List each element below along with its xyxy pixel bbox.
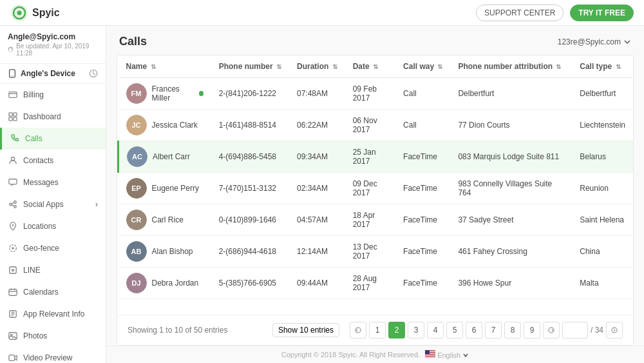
col-phone[interactable]: Phone number ⇅ (211, 55, 289, 78)
sidebar: Angle@Spyic.com Be updated: Apr 10, 2019… (0, 26, 106, 363)
avatar: AC (127, 146, 147, 167)
page-prev-icon[interactable] (350, 322, 366, 338)
sidebar-item-locations[interactable]: Locations (0, 215, 106, 237)
page-9-button[interactable]: 9 (524, 322, 540, 338)
show-entries-button[interactable]: Show 10 entries (272, 323, 339, 337)
col-callway[interactable]: Call way ⇅ (395, 55, 450, 78)
sort-icon-duration: ⇅ (332, 63, 337, 70)
sidebar-item-photos[interactable]: Photos (0, 325, 106, 347)
sidebar-item-social-apps[interactable]: Social Apps › (0, 193, 106, 215)
page-input[interactable] (562, 322, 588, 338)
cell-date: 06 Nov 2017 (345, 110, 395, 141)
col-duration[interactable]: Duration ⇅ (289, 55, 345, 78)
svg-rect-24 (9, 355, 15, 361)
cell-attribution: 983 Connelly Villages Suite 764 (450, 173, 572, 204)
page-7-button[interactable]: 7 (485, 322, 502, 338)
cell-name: EP Eugene Perry (118, 173, 211, 204)
sidebar-item-contacts[interactable]: Contacts (0, 150, 106, 172)
cell-callway: FaceTime (395, 141, 450, 173)
cell-phone: 2-(686)944-4618 (211, 236, 289, 268)
table-row[interactable]: DJ Debra Jordan 5-(385)766-690509:44AM28… (118, 268, 634, 299)
pagination-controls: Show 10 entries 1 2 3 4 5 6 7 8 9 (272, 322, 623, 338)
page-title: Calls (119, 35, 147, 48)
page-6-button[interactable]: 6 (466, 322, 482, 338)
cell-duration: 04:57AM (289, 204, 345, 236)
cell-duration: 06:22AM (289, 110, 345, 141)
logo-text: Spyic (32, 7, 60, 19)
cell-calltype: Delbertfurt (572, 78, 633, 110)
table-header-row: Name ⇅ Phone number ⇅ Duration ⇅ Date ⇅ … (118, 55, 634, 78)
sidebar-device-row: Angle's Device (0, 64, 106, 84)
social-apps-icon (8, 199, 18, 210)
table-row[interactable]: CR Carl Rice 0-(410)899-164604:57AM18 Ap… (118, 204, 634, 236)
cell-date: 28 Aug 2017 (345, 268, 395, 299)
sidebar-item-app-relevant[interactable]: App Relevant Info (0, 303, 106, 325)
cell-date: 18 Apr 2017 (345, 204, 395, 236)
cell-callway: FaceTime (395, 236, 450, 268)
sidebar-item-geofence[interactable]: Geo-fence (0, 237, 106, 259)
billing-icon (8, 90, 18, 100)
app-relevant-label: App Relevant Info (23, 309, 84, 319)
col-attribution[interactable]: Phone number attribution ⇅ (450, 55, 572, 78)
cell-callway: FaceTime (395, 268, 450, 299)
cell-duration: 12:14AM (289, 236, 345, 268)
table-row[interactable]: FM Frances Miller 2-(841)206-122207:48AM… (118, 78, 634, 110)
col-name[interactable]: Name ⇅ (118, 55, 211, 78)
svg-rect-12 (9, 179, 17, 184)
table-row[interactable]: AB Alan Bishop 2-(686)944-461812:14AM13 … (118, 236, 634, 268)
showing-text: Showing 1 to 10 of 50 entries (128, 326, 227, 335)
svg-point-11 (11, 157, 14, 161)
calendars-label: Calendars (23, 288, 59, 297)
sidebar-item-video-preview[interactable]: Video Preview (0, 347, 106, 363)
cell-duration: 09:34AM (289, 141, 345, 173)
svg-rect-6 (9, 92, 17, 98)
support-center-button[interactable]: SUPPORT CENTER (476, 5, 564, 21)
col-calltype[interactable]: Call type ⇅ (572, 55, 633, 78)
svg-rect-9 (9, 117, 12, 121)
page-next-icon[interactable] (543, 322, 560, 338)
calls-icon (10, 133, 20, 144)
page-1-button[interactable]: 1 (369, 322, 386, 338)
svg-point-31 (612, 328, 617, 333)
sidebar-item-calls[interactable]: Calls (0, 128, 106, 150)
contacts-icon (8, 155, 18, 166)
cell-attribution: 396 Howe Spur (450, 268, 572, 299)
svg-rect-10 (14, 117, 17, 121)
page-4-button[interactable]: 4 (427, 322, 444, 338)
page-3-button[interactable]: 3 (408, 322, 424, 338)
cell-name: JC Jessica Clark (118, 110, 211, 141)
page-2-button[interactable]: 2 (388, 322, 405, 338)
cell-attribution: 37 Sadye Street (450, 204, 572, 236)
billing-label: Billing (23, 90, 44, 99)
table-row[interactable]: JC Jessica Clark 1-(461)488-851406:22AM0… (118, 110, 634, 141)
app-relevant-icon (8, 309, 18, 319)
cell-attribution: Delbertfurt (450, 78, 572, 110)
geofence-icon (8, 243, 18, 253)
sidebar-item-line[interactable]: LINE (0, 259, 106, 281)
try-free-button[interactable]: TRY IT FREE (570, 5, 634, 21)
page-5-button[interactable]: 5 (446, 322, 463, 338)
page-total: / 34 (591, 326, 603, 335)
sidebar-item-dashboard[interactable]: Dashboard (0, 106, 106, 128)
photos-icon (8, 331, 18, 341)
cell-calltype: Liechtenstein (572, 110, 633, 141)
svg-point-4 (12, 75, 12, 76)
sidebar-item-calendars[interactable]: Calendars (0, 281, 106, 303)
footer: Copyright © 2018 Spyic. All Right Reserv… (106, 346, 644, 363)
col-date[interactable]: Date ⇅ (345, 55, 395, 78)
main-content: Calls 123re@Spyic.com Name ⇅ Phone numbe… (106, 26, 644, 363)
page-8-button[interactable]: 8 (504, 322, 521, 338)
svg-point-16 (12, 224, 14, 226)
avatar: FM (126, 83, 147, 104)
cell-callway: Call (395, 110, 450, 141)
table-row[interactable]: EP Eugene Perry 7-(470)151-313202:34AM09… (118, 173, 634, 204)
cell-calltype: Belarus (572, 141, 633, 173)
sidebar-item-messages[interactable]: Messages (0, 172, 106, 193)
video-preview-label: Video Preview (23, 353, 73, 362)
cell-phone: 1-(461)488-8514 (211, 110, 289, 141)
cell-calltype: Reunion (572, 173, 633, 204)
sidebar-item-billing[interactable]: Billing (0, 84, 106, 106)
table-row[interactable]: AC Albert Carr 4-(694)886-545809:34AM25 … (118, 141, 634, 173)
cell-calltype: Malta (572, 268, 633, 299)
page-go-button[interactable] (606, 322, 623, 338)
